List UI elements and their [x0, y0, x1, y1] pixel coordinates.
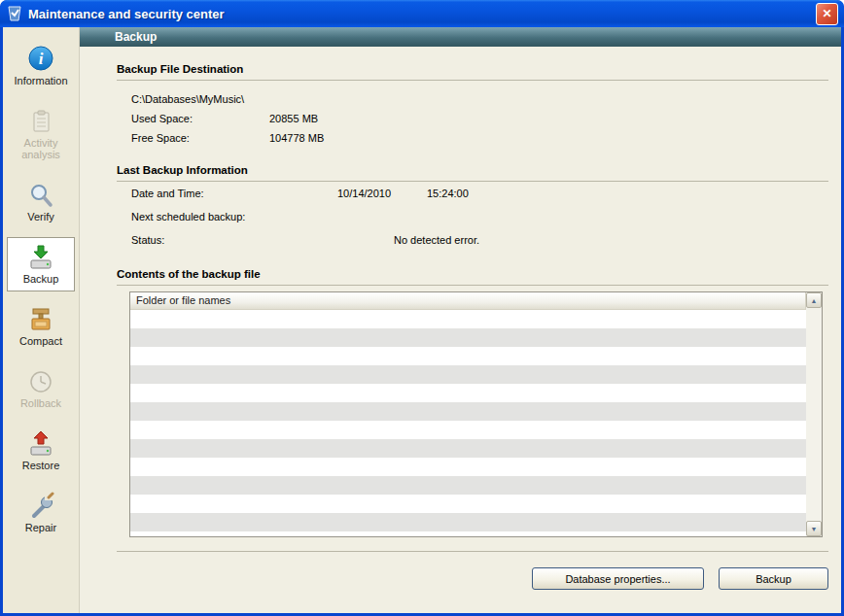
database-properties-button[interactable]: Database properties...	[532, 567, 704, 590]
status-label: Status:	[131, 228, 394, 252]
sidebar-item-label: Verify	[27, 211, 54, 222]
sidebar-item-activity-analysis: Activity analysis	[7, 101, 75, 167]
footer-divider	[117, 551, 828, 552]
backup-page-content: Backup File Destination C:\Databases\MyM…	[80, 47, 841, 613]
table-row	[130, 402, 806, 421]
table-row	[130, 495, 806, 513]
sidebar-item-label: Information	[14, 75, 67, 86]
sidebar-item-rollback: Rollback	[7, 361, 75, 416]
sidebar-item-label: Compact	[19, 335, 62, 347]
date-value: 10/14/2010	[337, 182, 427, 205]
backup-contents-list[interactable]: Folder or file names ▲ ▼	[129, 291, 823, 537]
table-row	[130, 365, 806, 384]
time-value: 15:24:00	[427, 182, 469, 205]
table-row	[130, 476, 806, 495]
sidebar-item-label: Backup	[23, 273, 59, 285]
section-title-last-backup: Last Backup Information	[117, 164, 828, 176]
sidebar-item-information[interactable]: i Information	[7, 39, 75, 93]
status-value: No detected error.	[394, 228, 479, 252]
backup-path: C:\Databases\MyMusic\	[131, 89, 828, 109]
sidebar-item-backup[interactable]: Backup	[7, 237, 75, 291]
compact-icon	[26, 305, 55, 334]
information-icon: i	[26, 45, 55, 74]
used-space-value: 20855 MB	[269, 109, 318, 128]
section-title-destination: Backup File Destination	[117, 63, 828, 75]
window-body: i Information Activity analysis	[3, 27, 841, 613]
window-title: Maintenance and security center	[28, 7, 816, 21]
table-rows	[130, 310, 806, 536]
rollback-icon	[26, 367, 55, 396]
svg-text:i: i	[39, 50, 44, 68]
table-row	[130, 458, 806, 476]
vertical-scrollbar[interactable]: ▲ ▼	[806, 292, 822, 536]
table-row	[130, 439, 806, 458]
sidebar-item-label: Rollback	[20, 397, 61, 409]
maintenance-security-window: Maintenance and security center ✕ i Info…	[0, 0, 844, 616]
free-space-value: 104778 MB	[269, 128, 324, 148]
verify-icon	[26, 181, 55, 210]
backup-button[interactable]: Backup	[719, 567, 828, 590]
table-row	[130, 310, 806, 328]
section-divider	[117, 285, 828, 286]
table-row	[130, 421, 806, 439]
table-row	[130, 513, 806, 531]
next-backup-label: Next scheduled backup:	[131, 205, 337, 228]
app-icon	[6, 5, 23, 22]
repair-icon	[26, 492, 55, 521]
scroll-up-icon[interactable]: ▲	[806, 292, 822, 308]
used-space-label: Used Space:	[131, 109, 269, 128]
section-title-contents: Contents of the backup file	[117, 268, 828, 280]
table-row	[130, 384, 806, 402]
restore-icon	[26, 429, 55, 459]
sidebar-item-repair[interactable]: Repair	[7, 486, 75, 540]
table-row	[130, 347, 806, 365]
sidebar-item-verify[interactable]: Verify	[7, 175, 75, 229]
free-space-label: Free Space:	[131, 128, 269, 148]
sidebar-item-restore[interactable]: Restore	[7, 424, 75, 478]
table-row	[130, 328, 806, 347]
sidebar-item-label: Restore	[22, 460, 60, 471]
sidebar-item-label: Activity analysis	[8, 137, 74, 160]
close-button[interactable]: ✕	[816, 3, 838, 25]
sidebar-item-label: Repair	[25, 522, 56, 533]
sidebar: i Information Activity analysis	[3, 27, 80, 613]
footer-buttons: Database properties... Backup	[117, 567, 828, 590]
sidebar-item-compact[interactable]: Compact	[7, 299, 75, 354]
page-title: Backup	[80, 27, 841, 47]
titlebar[interactable]: Maintenance and security center ✕	[0, 0, 844, 27]
activity-analysis-icon	[26, 107, 55, 136]
datetime-label: Date and Time:	[131, 182, 337, 205]
scroll-down-icon[interactable]: ▼	[806, 521, 822, 536]
backup-icon	[26, 243, 55, 272]
main-panel: Backup Backup File Destination C:\Databa…	[80, 27, 841, 613]
column-header-folder-file-names: Folder or file names	[130, 292, 806, 310]
section-divider	[117, 80, 828, 81]
